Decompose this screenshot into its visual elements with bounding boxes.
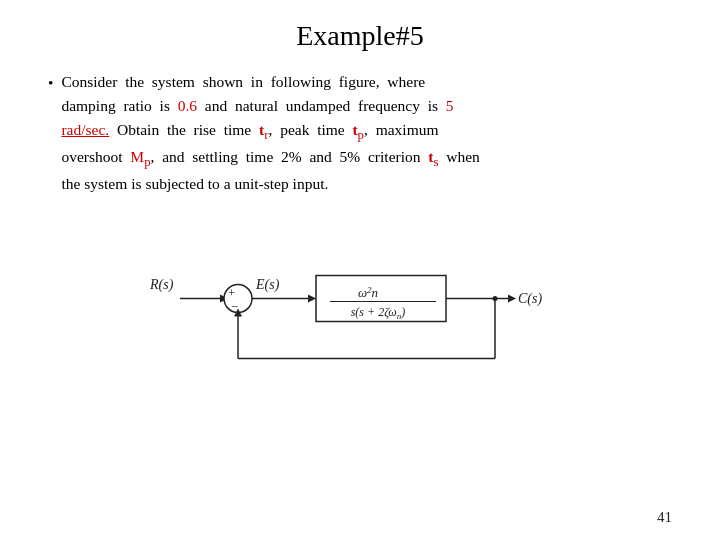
paragraph-text: Consider the system shown in following f…	[61, 70, 479, 196]
svg-marker-14	[508, 295, 516, 303]
bullet-symbol: •	[48, 71, 53, 95]
freq-value: 5	[446, 97, 454, 114]
block-diagram-container: R(s) + − E(s) ω2n s(s + 2ζωn)	[48, 218, 672, 378]
svg-text:+: +	[228, 285, 235, 300]
text-line4-mid: , and settling time 2% and 5% criterion	[151, 148, 429, 165]
tr-symbol: tr	[259, 121, 268, 138]
page-number: 41	[657, 509, 672, 526]
block-diagram-svg: R(s) + − E(s) ω2n s(s + 2ζωn)	[120, 218, 600, 378]
rad-sec: rad/sec.	[61, 121, 109, 138]
svg-marker-8	[308, 295, 316, 303]
svg-text:E(s): E(s)	[255, 277, 280, 293]
slide-content: • Consider the system shown in following…	[48, 70, 672, 196]
damping-value: 0.6	[178, 97, 197, 114]
tp-symbol: tp	[352, 121, 364, 138]
text-line4-pre: overshoot	[61, 148, 130, 165]
text-line3-end: , maximum	[364, 121, 438, 138]
ts-symbol: ts	[428, 148, 438, 165]
text-line2-pre: damping ratio is	[61, 97, 177, 114]
text-comma1: , peak time	[269, 121, 353, 138]
svg-text:R(s): R(s)	[149, 277, 174, 293]
bullet-point: • Consider the system shown in following…	[48, 70, 672, 196]
text-line2-mid: and natural undamped frequency is	[197, 97, 446, 114]
svg-text:C(s): C(s)	[518, 291, 542, 307]
text-line1: Consider the system shown in following f…	[61, 73, 425, 90]
slide-title: Example#5	[48, 20, 672, 52]
text-line5: the system is subjected to a unit-step i…	[61, 175, 328, 192]
mp-symbol: Mp	[130, 148, 150, 165]
slide-page: Example#5 • Consider the system shown in…	[0, 0, 720, 540]
text-line4-end: when	[438, 148, 479, 165]
text-line3-mid: Obtain the rise time	[109, 121, 259, 138]
